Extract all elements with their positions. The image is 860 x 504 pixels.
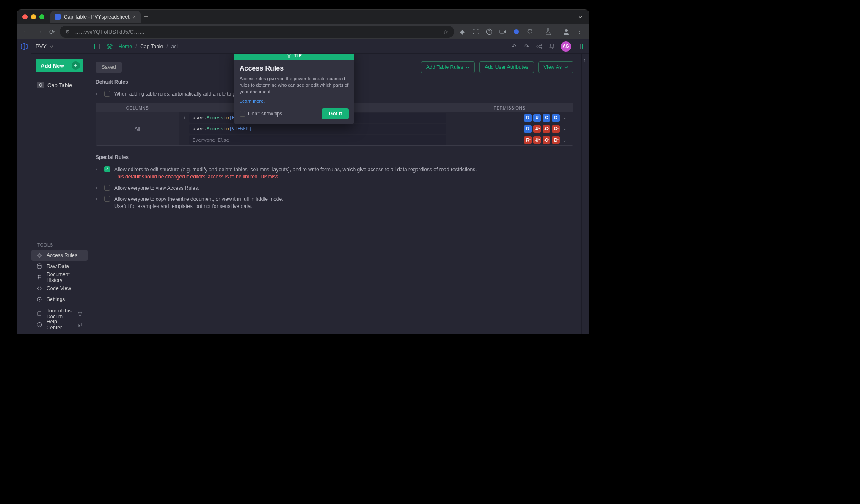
trash-icon[interactable] [77, 311, 83, 316]
url-box[interactable]: ⚙ ……vy/iYQFofUSTdJ5/C…… ☆ [60, 26, 454, 38]
perm-u[interactable]: U [533, 114, 541, 122]
perm-c[interactable]: C [543, 136, 550, 144]
rule-row: user.Access in [VIEWER]RUCD⌄ [179, 123, 573, 134]
add-new-button[interactable]: Add New + [36, 59, 83, 72]
chevron-down-icon[interactable]: ⌄ [563, 138, 566, 142]
permissions-header: PERMISSIONS [446, 103, 573, 112]
dont-show-tips-checkbox[interactable] [240, 111, 245, 117]
perm-c[interactable]: C [543, 125, 550, 133]
tool-label: Raw Data [47, 263, 69, 269]
back-button[interactable]: ← [22, 28, 31, 36]
perm-r[interactable]: R [524, 136, 532, 144]
link-lead-icon: ? [36, 322, 42, 328]
kebab-menu-icon[interactable]: ⋮ [575, 27, 584, 36]
square-frame-icon[interactable]: ⛶ [471, 27, 480, 36]
browser-tab[interactable]: Cap Table - PVYspreadsheet × [50, 11, 141, 23]
special-rule-text-2: Useful for examples and templates, but n… [114, 203, 252, 209]
owner-hint-checkbox[interactable] [104, 91, 110, 97]
page-initial-icon: C [37, 82, 44, 88]
rule-perms: RUCD⌄ [446, 136, 573, 144]
sidebar-bottom-link[interactable]: ?Help Center [31, 319, 88, 330]
special-rule-checkbox[interactable] [104, 185, 110, 191]
bookmark-star-icon[interactable]: ☆ [443, 29, 448, 35]
panel-toggle-left-icon[interactable] [93, 43, 101, 50]
perm-d[interactable]: D [552, 136, 560, 144]
columns-header: COLUMNS [96, 103, 179, 112]
svg-point-19 [540, 47, 542, 49]
add-user-attributes-button[interactable]: Add User Attributes [479, 61, 534, 73]
dismiss-link[interactable]: Dismiss [260, 174, 278, 180]
sidebar-tool-access-rules[interactable]: Access Rules [31, 250, 88, 261]
chevron-right-icon[interactable]: › [96, 166, 100, 172]
blue-circle-icon[interactable] [512, 27, 521, 36]
right-rail: ⋯ [581, 54, 589, 334]
panel-toggle-icon[interactable]: ⋯ [582, 58, 589, 65]
sidebar-tool-document-history[interactable]: Document History [31, 272, 88, 283]
sidebar-bottom-link[interactable]: Tour of this Docum… [31, 308, 88, 319]
special-rule-checkbox[interactable] [104, 196, 110, 202]
tab-close-icon[interactable]: × [133, 14, 136, 20]
maximize-window-dot[interactable] [39, 14, 44, 19]
avatar[interactable]: AG [561, 41, 571, 52]
sidebar-tool-settings[interactable]: Settings [31, 294, 88, 305]
sidebar-tool-code-view[interactable]: Code View [31, 283, 88, 294]
app-logo-icon[interactable] [20, 43, 28, 50]
extensions-puzzle-icon[interactable] [525, 27, 535, 36]
undo-icon[interactable]: ↶ [510, 43, 518, 50]
special-rule-warning: This default should be changed if editor… [114, 174, 278, 180]
tip-learn-more-link[interactable]: Learn more. [240, 99, 265, 104]
workspace-name: PVY [36, 43, 47, 49]
close-window-dot[interactable] [22, 14, 28, 19]
perm-d[interactable]: D [552, 114, 560, 122]
tabstrip-caret-icon[interactable] [575, 12, 585, 22]
svg-point-8 [38, 277, 39, 278]
chevron-right-icon[interactable]: › [96, 91, 100, 97]
special-rule-checkbox[interactable]: ✓ [104, 166, 110, 172]
add-rule-icon[interactable]: + [179, 115, 189, 121]
perm-u[interactable]: U [533, 125, 541, 133]
forward-button[interactable]: → [34, 28, 44, 36]
breadcrumb-leaf: acl [171, 44, 178, 49]
saved-button[interactable]: Saved [96, 62, 122, 73]
share-icon[interactable] [535, 43, 543, 50]
perm-r[interactable]: R [524, 125, 532, 133]
perm-c[interactable]: C [543, 114, 550, 122]
add-table-rules-button[interactable]: Add Table Rules [421, 61, 475, 73]
bell-icon[interactable] [548, 43, 556, 50]
profile-icon[interactable] [562, 27, 571, 36]
lightbulb-icon [287, 54, 292, 58]
diamond-icon[interactable]: ◆ [458, 27, 467, 36]
perm-d[interactable]: D [552, 125, 560, 133]
labs-flask-icon[interactable] [543, 27, 553, 36]
chevron-right-icon[interactable]: › [96, 185, 100, 191]
add-new-label: Add New [41, 63, 64, 69]
help-icon[interactable]: ? [485, 27, 494, 36]
tools-header: TOOLS [31, 240, 88, 250]
chevron-right-icon[interactable]: › [96, 196, 100, 202]
rule-row: Everyone ElseRUCD⌄ [179, 134, 573, 145]
reload-button[interactable]: ⟳ [47, 28, 56, 36]
chevron-down-icon [49, 44, 53, 49]
breadcrumb-mid[interactable]: Cap Table [140, 44, 163, 49]
camera-icon[interactable] [498, 27, 507, 36]
sidebar-tool-raw-data[interactable]: Raw Data [31, 261, 88, 272]
chevron-down-icon[interactable]: ⌄ [563, 115, 566, 120]
ext-icon[interactable] [77, 322, 83, 327]
site-settings-icon[interactable]: ⚙ [66, 29, 70, 35]
layers-icon[interactable] [106, 43, 113, 50]
perm-r[interactable]: R [524, 114, 532, 122]
svg-point-18 [540, 44, 542, 46]
perm-u[interactable]: U [533, 136, 541, 144]
workspace-switcher[interactable]: PVY [31, 39, 88, 54]
history-icon [36, 274, 42, 280]
panel-toggle-right-icon[interactable] [576, 43, 584, 50]
view-as-button[interactable]: View As [538, 61, 573, 73]
got-it-button[interactable]: Got it [322, 108, 349, 119]
breadcrumb-home[interactable]: Home [119, 44, 132, 49]
new-tab-button[interactable]: + [144, 13, 149, 22]
chevron-down-icon[interactable]: ⌄ [563, 126, 566, 131]
redo-icon[interactable]: ↷ [523, 43, 530, 50]
page-item-cap-table[interactable]: C Cap Table [34, 79, 85, 91]
minimize-window-dot[interactable] [31, 14, 36, 19]
rule-condition[interactable]: user.Access in [VIEWER] [189, 124, 446, 134]
